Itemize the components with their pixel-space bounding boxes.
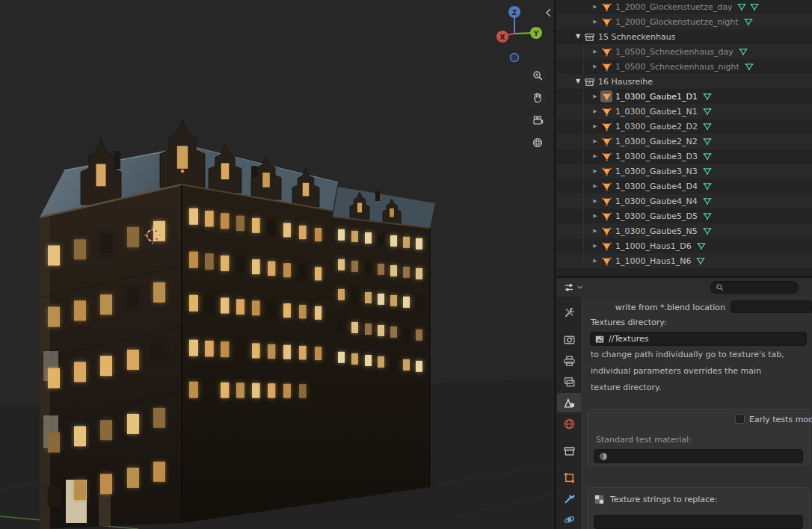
disclosure-triangle-icon[interactable]: ▶ — [590, 149, 600, 164]
disclosure-triangle-icon[interactable]: ▶ — [590, 119, 600, 134]
disclosure-triangle-icon[interactable]: ▶ — [590, 179, 600, 194]
mesh-object-icon[interactable] — [600, 1, 612, 13]
properties-tab-world[interactable] — [557, 414, 581, 433]
disclosure-triangle-icon[interactable]: ▼ — [573, 74, 583, 89]
properties-search-input[interactable] — [710, 281, 799, 294]
mesh-object-icon[interactable] — [600, 195, 612, 207]
editor-type-button[interactable] — [561, 280, 585, 294]
outliner-row[interactable]: ▶1_0300_Gaube1_D1 — [556, 89, 812, 104]
outliner-row[interactable]: ▶1_1000_Haus1_N6 — [556, 253, 812, 268]
mesh-object-icon[interactable] — [600, 120, 612, 132]
mesh-object-icon[interactable] — [600, 180, 612, 192]
properties-tab-object[interactable] — [557, 468, 581, 487]
collection-icon[interactable] — [583, 31, 595, 43]
region-collapse-arrow-icon[interactable] — [544, 7, 553, 19]
mesh-data-icon[interactable] — [749, 1, 760, 12]
disclosure-triangle-icon[interactable]: ▶ — [590, 223, 600, 238]
navigation-gizmo[interactable]: Z X Y — [486, 4, 546, 67]
mesh-data-icon[interactable] — [695, 256, 706, 266]
mesh-data-icon[interactable] — [744, 61, 754, 72]
outliner-row[interactable]: ▶1_0300_Gaube3_D3 — [556, 149, 812, 164]
outliner-row[interactable]: ▶1_0300_Gaube5_D5 — [556, 208, 812, 223]
outliner-row[interactable]: ▶1_0300_Gaube4_D4 — [556, 179, 812, 194]
viewport-move-view-button[interactable] — [528, 88, 547, 108]
disclosure-triangle-icon[interactable]: ▶ — [590, 253, 600, 268]
properties-tab-physics[interactable] — [557, 510, 581, 529]
axis-neg-z-ball[interactable] — [511, 54, 519, 62]
outliner-row[interactable]: ▶1_0300_Gaube1_N1 — [556, 104, 812, 119]
properties-tab-modifiers[interactable] — [557, 489, 581, 508]
mesh-object-icon[interactable] — [600, 255, 612, 267]
mesh-data-icon[interactable] — [702, 196, 713, 206]
outliner-row[interactable]: ▼16 Hausreihe — [556, 74, 812, 89]
textures-directory-field[interactable]: //Textures — [590, 332, 807, 346]
mesh-object-icon[interactable] — [600, 16, 612, 28]
outliner-row[interactable]: ▶1_0300_Gaube2_N2 — [556, 134, 812, 149]
3d-viewport[interactable]: Z X Y — [0, 0, 554, 529]
mesh-object-icon[interactable] — [600, 165, 612, 177]
mesh-object-icon[interactable] — [600, 150, 612, 162]
outliner-row[interactable]: ▶1_0300_Gaube3_N3 — [556, 164, 812, 179]
outliner-row[interactable]: ▶1_2000_Glockenstuetze_night — [556, 14, 812, 29]
texture-strings-field[interactable] — [594, 515, 803, 529]
disclosure-triangle-icon[interactable]: ▶ — [590, 59, 600, 74]
properties-tab-scene[interactable] — [557, 393, 581, 412]
mesh-object-icon[interactable] — [600, 61, 612, 72]
outliner-row[interactable]: ▶1_0300_Gaube5_N5 — [556, 223, 812, 238]
mesh-data-icon[interactable] — [738, 46, 748, 57]
disclosure-triangle-icon[interactable]: ▶ — [590, 44, 600, 59]
outliner-row[interactable]: ▶1_0300_Gaube2_D2 — [556, 119, 812, 134]
properties-tab-view-layer[interactable] — [557, 372, 581, 392]
mesh-data-icon[interactable] — [696, 241, 707, 251]
disclosure-triangle-icon[interactable]: ▶ — [590, 104, 600, 119]
properties-tab-collection[interactable] — [557, 441, 581, 460]
mesh-data-icon[interactable] — [702, 136, 713, 146]
outliner-item-label: 1_0300_Gaube1_N1 — [615, 107, 698, 117]
disclosure-triangle-icon[interactable]: ▶ — [590, 89, 600, 104]
mesh-object-icon[interactable] — [600, 90, 612, 102]
disclosure-triangle-icon[interactable]: ▶ — [590, 208, 600, 223]
mesh-data-icon[interactable] — [702, 106, 713, 117]
viewport-perspective-toggle-button[interactable] — [528, 133, 547, 152]
mesh-object-icon[interactable] — [600, 210, 612, 222]
mesh-data-icon[interactable] — [702, 91, 713, 102]
viewport-camera-view-button[interactable] — [528, 111, 547, 130]
collection-icon[interactable] — [583, 75, 595, 87]
mesh-data-icon[interactable] — [702, 151, 713, 161]
outliner-row[interactable]: ▶1_0300_Gaube4_N4 — [556, 194, 812, 208]
mesh-data-icon[interactable] — [702, 181, 713, 191]
mesh-object-icon[interactable] — [600, 46, 612, 58]
disclosure-triangle-icon[interactable]: ▶ — [590, 14, 600, 29]
mesh-data-icon[interactable] — [702, 211, 713, 221]
disclosure-triangle-icon[interactable]: ▶ — [590, 0, 600, 14]
outliner-row[interactable]: ▶1_0500_Schneckenhaus_day — [556, 44, 812, 59]
disclosure-triangle-icon[interactable]: ▶ — [590, 134, 600, 149]
outliner-row[interactable]: ▶1_1000_Haus1_D6 — [556, 238, 812, 253]
outliner-row[interactable]: ▶1_0500_Schneckenhaus_night — [556, 59, 812, 74]
disclosure-triangle-icon[interactable]: ▶ — [590, 164, 600, 179]
standard-test-material-field[interactable] — [594, 449, 803, 463]
mesh-object-icon[interactable] — [600, 105, 612, 117]
mesh-data-icon[interactable] — [702, 166, 713, 176]
mesh-object-icon[interactable] — [600, 135, 612, 147]
mesh-data-icon[interactable] — [702, 121, 713, 132]
disclosure-triangle-icon[interactable]: ▶ — [590, 238, 600, 253]
mesh-data-icon[interactable] — [736, 1, 747, 12]
disclosure-triangle-icon[interactable]: ▼ — [573, 29, 583, 44]
outliner-row[interactable]: ▼15 Schneckenhaus — [556, 29, 812, 44]
outliner-row[interactable]: ▶1_2000_Glockenstuetze_day — [556, 0, 812, 14]
outliner-panel[interactable]: ▶1_2000_Glockenstuetze_day▶1_2000_Glocke… — [556, 0, 812, 276]
viewport-zoom-button[interactable] — [528, 66, 547, 85]
properties-tab-render[interactable] — [557, 330, 581, 349]
properties-tab-output[interactable] — [557, 351, 581, 371]
blend-location-field[interactable] — [731, 300, 812, 313]
mesh-object-icon[interactable] — [600, 225, 612, 237]
early-tests-checkbox[interactable] — [735, 414, 745, 424]
mesh-object-icon[interactable] — [600, 240, 612, 252]
properties-tab-tool[interactable] — [557, 303, 581, 322]
blend-location-label: write from *.blend location — [615, 303, 725, 312]
mesh-data-icon[interactable] — [743, 16, 754, 27]
object-origin-dot[interactable] — [181, 170, 185, 173]
disclosure-triangle-icon[interactable]: ▶ — [590, 194, 600, 208]
mesh-data-icon[interactable] — [702, 226, 713, 236]
